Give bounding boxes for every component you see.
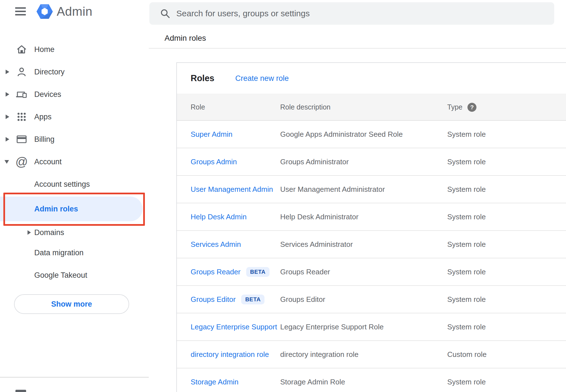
table-row: User Management Admin User Management Ad…	[177, 176, 566, 203]
app-logo: Admin	[36, 4, 92, 19]
sidebar-item-label: Billing	[34, 135, 54, 144]
search-input[interactable]	[176, 5, 554, 22]
beta-badge: BETA	[241, 295, 264, 304]
role-type: System role	[447, 295, 566, 304]
role-description: Legacy Enterprise Support Role	[280, 323, 447, 331]
role-link[interactable]: User Management Admin	[191, 185, 273, 194]
role-description: User Management Administrator	[280, 185, 447, 194]
chevron-right-icon[interactable]	[6, 115, 9, 119]
roles-card: Roles Create new role Role Role descript…	[176, 62, 566, 392]
role-link[interactable]: Storage Admin	[191, 378, 239, 386]
home-icon	[15, 43, 28, 56]
apps-grid-icon	[15, 111, 28, 123]
header-divider	[149, 48, 566, 49]
sidebar-item-label: Account	[34, 158, 62, 166]
create-new-role-link[interactable]: Create new role	[235, 74, 289, 83]
help-icon[interactable]: ?	[467, 103, 476, 112]
role-link[interactable]: directory integration role	[191, 350, 269, 359]
role-description: Groups Editor	[280, 295, 447, 304]
menu-icon[interactable]	[15, 7, 26, 16]
search-icon	[160, 8, 170, 19]
role-link[interactable]: Super Admin	[191, 130, 232, 139]
role-link[interactable]: Groups Editor	[191, 295, 236, 304]
role-description: Groups Administrator	[280, 158, 447, 166]
table-row: Help Desk Admin Help Desk Administrator …	[177, 203, 566, 231]
role-type: System role	[447, 240, 566, 249]
table-row: directory integration role directory int…	[177, 341, 566, 368]
role-link[interactable]: Services Admin	[191, 240, 241, 249]
table-header-row: Role Role description Type ?	[177, 94, 566, 121]
admin-console-screen: Admin Home Directory	[0, 0, 566, 392]
sidebar-item-label: Data migration	[34, 249, 84, 257]
sidebar-header: Admin	[0, 0, 149, 25]
sidebar-item-label: Domains	[34, 228, 64, 237]
show-more-button[interactable]: Show more	[14, 294, 129, 314]
role-link[interactable]: Groups Admin	[191, 158, 237, 166]
role-type: System role	[447, 378, 566, 386]
sidebar-item-label: Directory	[34, 68, 65, 76]
table-row: Groups Admin Groups Administrator System…	[177, 148, 566, 176]
role-type: System role	[447, 158, 566, 166]
role-type: Custom role	[447, 350, 566, 359]
chevron-right-icon[interactable]	[6, 137, 9, 142]
sidebar-item-apps[interactable]: Apps	[0, 106, 149, 128]
chevron-down-icon[interactable]	[4, 160, 9, 164]
sidebar-item-data-migration[interactable]: Data migration	[0, 241, 149, 264]
column-header-role: Role	[177, 103, 280, 111]
breadcrumb: Admin roles	[165, 34, 206, 43]
person-icon	[15, 66, 28, 78]
table-row: Services Admin Services Administrator Sy…	[177, 231, 566, 258]
role-description: Groups Reader	[280, 268, 447, 276]
column-header-type: Type ?	[447, 103, 566, 112]
roles-card-header: Roles Create new role	[177, 63, 566, 94]
sidebar-item-billing[interactable]: Billing	[0, 128, 149, 151]
table-row: Storage Admin Storage Admin Role System …	[177, 368, 566, 392]
role-link[interactable]: Groups Reader	[191, 268, 241, 276]
role-type: System role	[447, 323, 566, 331]
sidebar-item-account[interactable]: @ Account	[0, 151, 149, 173]
show-more-label: Show more	[51, 300, 92, 309]
app-title: Admin	[57, 4, 92, 19]
admin-hexagon-icon	[36, 4, 53, 19]
table-row: Super Admin Google Apps Administrator Se…	[177, 121, 566, 148]
chevron-right-icon[interactable]	[28, 230, 31, 235]
role-description: Storage Admin Role	[280, 378, 447, 386]
sidebar-item-home[interactable]: Home	[0, 38, 149, 61]
at-icon: @	[15, 156, 28, 168]
table-row: Groups Reader BETA Groups Reader System …	[177, 258, 566, 286]
sidebar-item-label: Apps	[34, 113, 52, 121]
sidebar-divider	[0, 377, 149, 378]
sidebar-item-admin-roles[interactable]: Admin roles	[0, 197, 143, 221]
sidebar-item-label: Home	[34, 45, 54, 54]
sidebar-item-label: Devices	[34, 90, 61, 99]
partial-icon	[15, 390, 26, 392]
role-type: System role	[447, 130, 566, 139]
sidebar-item-google-takeout[interactable]: Google Takeout	[0, 264, 149, 286]
role-link[interactable]: Legacy Enterprise Support	[191, 323, 277, 331]
credit-card-icon	[15, 133, 28, 145]
sidebar: Admin Home Directory	[0, 0, 149, 392]
role-description: directory integration role	[280, 350, 447, 359]
sidebar-item-label: Admin roles	[34, 205, 78, 213]
role-type: System role	[447, 185, 566, 194]
sidebar-item-label: Google Takeout	[34, 271, 87, 280]
role-link[interactable]: Help Desk Admin	[191, 213, 247, 221]
sidebar-item-devices[interactable]: Devices	[0, 83, 149, 106]
sidebar-item-account-settings[interactable]: Account settings	[0, 173, 149, 195]
chevron-right-icon[interactable]	[6, 92, 9, 97]
chevron-right-icon[interactable]	[6, 70, 9, 74]
sidebar-item-domains[interactable]: Domains	[0, 221, 149, 244]
role-description: Help Desk Administrator	[280, 213, 447, 221]
roles-title: Roles	[191, 73, 214, 83]
table-row: Legacy Enterprise Support Legacy Enterpr…	[177, 313, 566, 341]
sidebar-item-label: Account settings	[34, 180, 90, 189]
role-description: Services Administrator	[280, 240, 447, 249]
search-bar[interactable]	[149, 2, 554, 25]
sidebar-item-directory[interactable]: Directory	[0, 61, 149, 83]
column-header-description: Role description	[280, 103, 447, 111]
devices-icon	[15, 88, 28, 101]
table-row: Groups Editor BETA Groups Editor System …	[177, 286, 566, 313]
role-description: Google Apps Administrator Seed Role	[280, 130, 447, 139]
role-type: System role	[447, 268, 566, 276]
beta-badge: BETA	[246, 267, 270, 277]
